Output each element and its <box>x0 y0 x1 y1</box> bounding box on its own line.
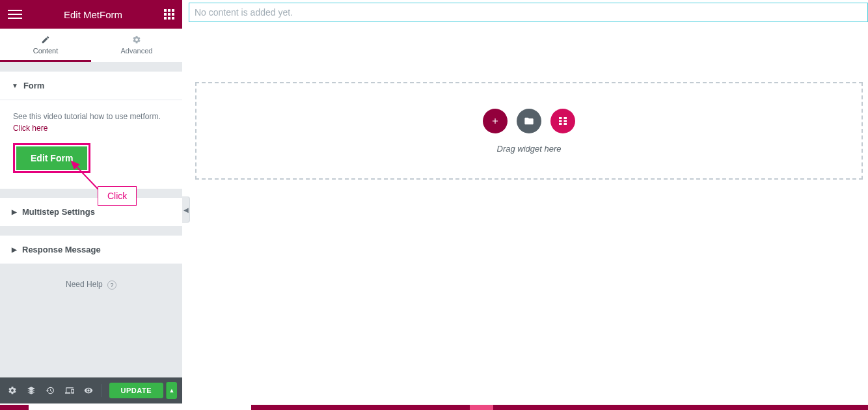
footer-stripe <box>0 405 868 410</box>
gear-icon <box>132 35 141 44</box>
tabs: Content Advanced <box>0 29 182 62</box>
section-response-header[interactable]: ▶ Response Message <box>0 236 182 264</box>
canvas: No content is added yet. Drag widget her… <box>189 3 868 410</box>
panel-title: Edit MetForm <box>64 9 122 20</box>
preview-icon[interactable] <box>81 381 95 400</box>
menu-icon[interactable] <box>8 10 22 19</box>
plus-icon <box>491 116 500 126</box>
drag-widget-text: Drag widget here <box>497 144 562 154</box>
settings-icon[interactable] <box>5 381 19 400</box>
help-section: Need Help ? <box>0 264 182 305</box>
update-button[interactable]: UPDATE <box>109 383 163 398</box>
zone-buttons <box>483 109 575 133</box>
widgets-grid-icon[interactable] <box>164 9 174 20</box>
edit-form-highlight: Edit Form <box>13 143 90 173</box>
pencil-icon <box>41 35 50 44</box>
section-multistep-title: Multistep Settings <box>22 207 95 217</box>
tab-advanced-label: Advanced <box>121 47 153 55</box>
add-section-button[interactable] <box>483 109 508 133</box>
folder-icon <box>524 116 534 126</box>
tutorial-link[interactable]: Click here <box>13 124 47 133</box>
tab-advanced[interactable]: Advanced <box>91 29 182 62</box>
tutorial-text: See this video tutorial how to use metfo… <box>13 111 169 134</box>
section-response-title: Response Message <box>22 245 101 254</box>
section-multistep-header[interactable]: ▶ Multistep Settings <box>0 198 182 226</box>
section-form-title: Form <box>23 81 45 90</box>
bottom-bar: UPDATE ▲ <box>0 377 182 403</box>
tab-content[interactable]: Content <box>0 29 91 62</box>
edit-form-button[interactable]: Edit Form <box>16 146 87 170</box>
caret-right-icon: ▶ <box>12 246 17 253</box>
section-form-body: See this video tutorial how to use metfo… <box>0 100 182 189</box>
caret-right-icon: ▶ <box>12 208 17 215</box>
sidebar: Edit MetForm Content Advanced ▼ Form See… <box>0 0 182 403</box>
update-dropdown[interactable]: ▲ <box>166 382 177 399</box>
help-icon[interactable]: ? <box>107 280 116 290</box>
no-content-notice: No content is added yet. <box>189 3 868 22</box>
history-icon[interactable] <box>44 381 57 400</box>
caret-down-icon: ▼ <box>12 82 18 89</box>
template-library-button[interactable] <box>517 109 541 133</box>
responsive-icon[interactable] <box>62 381 76 400</box>
elementskit-button[interactable] <box>550 109 575 133</box>
help-label: Need Help <box>66 280 103 289</box>
navigator-icon[interactable] <box>24 381 38 400</box>
section-form-header[interactable]: ▼ Form <box>0 72 182 100</box>
elementskit-icon <box>557 115 569 127</box>
drop-zone[interactable]: Drag widget here <box>195 82 863 180</box>
separator <box>101 384 102 397</box>
sidebar-header: Edit MetForm <box>0 0 182 29</box>
tab-content-label: Content <box>33 47 59 55</box>
